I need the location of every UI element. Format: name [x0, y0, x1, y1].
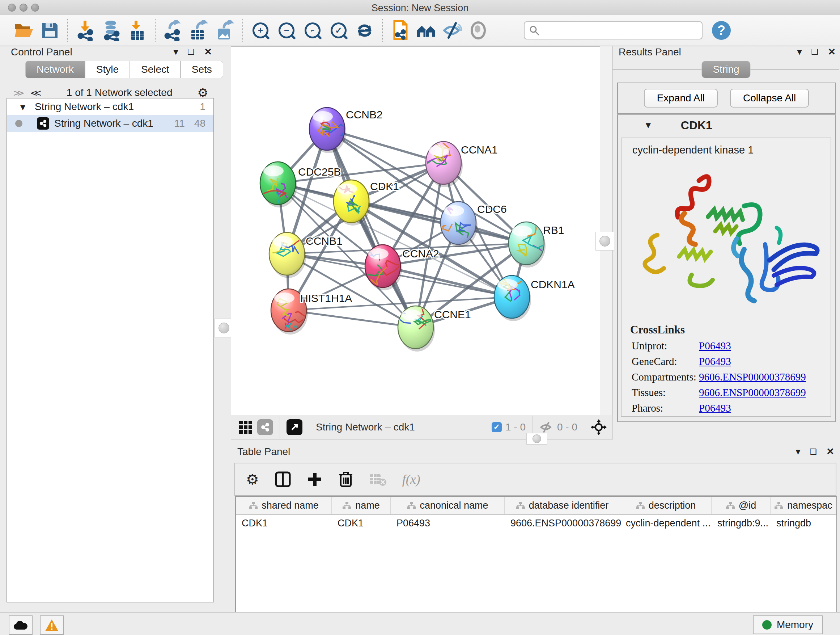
show-columns-icon[interactable]: [275, 471, 291, 487]
network-collection-row[interactable]: ▾ String Network – cdk1 1: [7, 98, 213, 115]
add-column-plus-icon[interactable]: [307, 471, 323, 487]
node-CDC6[interactable]: [435, 202, 477, 247]
node-label-CDK1: CDK1: [370, 180, 399, 192]
houses-icon: [416, 21, 437, 40]
table-panel-menu-icon[interactable]: ▾: [796, 446, 800, 457]
fit-content-crosshair-icon[interactable]: [591, 419, 607, 435]
node-CDK1[interactable]: [333, 180, 370, 226]
zoom-out-button[interactable]: −: [276, 19, 297, 41]
crosslink-value-link[interactable]: P06493: [699, 340, 731, 352]
warnings-button[interactable]: [40, 616, 64, 635]
column-header-namespac[interactable]: namespac: [771, 497, 836, 514]
crosslink-value-link[interactable]: 9606.ENSP00000378699: [699, 371, 806, 383]
network-graph[interactable]: CCNB2CCNA1CDC25BCDK1CDC6RB1CCNB1CCNA2CDK…: [231, 47, 600, 415]
collection-collapse-icon[interactable]: ▾: [20, 101, 25, 113]
node-CCNA2[interactable]: [363, 245, 402, 290]
network-row[interactable]: String Network – cdk1 11 48: [7, 115, 213, 132]
birds-eye-grid-icon[interactable]: [238, 419, 254, 435]
network-canvas[interactable]: CCNB2CCNA1CDC25BCDK1CDC6RB1CCNB1CCNA2CDK…: [231, 46, 600, 416]
memory-button[interactable]: Memory: [753, 616, 823, 634]
gene-collapse-icon[interactable]: ▼: [644, 120, 653, 130]
table-options-gear-icon[interactable]: ⚙: [246, 471, 259, 488]
network-edge-count: 48: [194, 118, 205, 129]
results-panel-close-icon[interactable]: ✕: [828, 46, 836, 57]
cloud-status-button[interactable]: [9, 616, 33, 635]
table-panel-close-icon[interactable]: ✕: [826, 446, 834, 457]
table-cell: CDK1: [236, 515, 332, 532]
collapse-all-networks-icon[interactable]: ≫: [13, 88, 24, 98]
control-panel-menu-icon[interactable]: ▾: [173, 46, 178, 57]
delete-table-icon: [369, 472, 386, 486]
tab-sets[interactable]: Sets: [180, 61, 223, 78]
control-panel-float-icon[interactable]: ❑: [187, 48, 195, 57]
zoom-in-button[interactable]: +: [250, 19, 271, 41]
control-panel: Control Panel ▾ ❑ ✕ Network Style Select…: [3, 46, 217, 607]
crosslink-label: Pharos:: [632, 402, 699, 414]
network-node-count: 11: [174, 118, 185, 129]
network-overview-icon[interactable]: [257, 419, 273, 435]
crosslink-label: Uniprot:: [632, 340, 699, 352]
expand-all-networks-icon[interactable]: ≪: [30, 88, 41, 98]
delete-trash-icon[interactable]: [339, 471, 353, 488]
export-image-icon: [215, 20, 235, 41]
zoom-out-icon: −: [279, 22, 294, 38]
help-button[interactable]: ?: [712, 21, 731, 40]
column-header-name[interactable]: name: [332, 497, 391, 514]
column-header-canonical-name[interactable]: canonical name: [391, 497, 505, 514]
results-panel-float-icon[interactable]: ❑: [811, 48, 818, 57]
column-header-description[interactable]: description: [620, 497, 712, 514]
node-label-CDC25B: CDC25B: [298, 166, 341, 178]
expand-all-button[interactable]: Expand All: [644, 89, 718, 108]
node-CCNB2[interactable]: [309, 108, 349, 153]
node-label-CCNA2: CCNA2: [402, 248, 439, 260]
detach-view-icon[interactable]: [286, 419, 302, 435]
table-cell: cyclin-dependent ...: [620, 515, 712, 532]
crosslinks-list: Uniprot:P06493GeneCard:P06493Compartment…: [622, 340, 831, 414]
export-table-icon: [189, 20, 209, 41]
export-network-button[interactable]: [163, 19, 183, 41]
hide-selected-button[interactable]: [442, 19, 463, 41]
crosslink-value-link[interactable]: 9606.ENSP00000378699: [699, 386, 806, 399]
tab-select[interactable]: Select: [130, 61, 180, 78]
refresh-view-button[interactable]: [354, 19, 375, 41]
table-row[interactable]: CDK1CDK1P064939606.ENSP00000378699cyclin…: [236, 515, 836, 532]
first-neighbors-button[interactable]: [390, 19, 411, 41]
table-panel-float-icon[interactable]: ❑: [810, 447, 817, 456]
node-CCNA1[interactable]: [418, 141, 463, 187]
node-CCNB1[interactable]: [269, 231, 306, 278]
zoom-selected-button[interactable]: ✓: [328, 19, 349, 41]
node-CCNE1[interactable]: [396, 296, 435, 352]
import-network-from-file-button[interactable]: [75, 19, 96, 41]
right-splitter-handle[interactable]: [595, 232, 614, 250]
import-table-from-file-button[interactable]: [127, 19, 148, 41]
export-table-button[interactable]: [188, 19, 210, 41]
column-header-database-identifier[interactable]: database identifier: [505, 497, 620, 514]
node-label-CDC6: CDC6: [477, 203, 507, 215]
selected-checkbox-icon[interactable]: ✓: [492, 422, 502, 432]
tab-style[interactable]: Style: [85, 61, 130, 78]
search-input[interactable]: [540, 25, 686, 36]
open-session-button[interactable]: [13, 19, 34, 41]
import-network-icon: [76, 20, 95, 41]
results-panel-menu-icon[interactable]: ▾: [797, 46, 802, 57]
control-panel-close-icon[interactable]: ✕: [204, 46, 212, 57]
collection-label: String Network – cdk1: [35, 101, 134, 112]
crosslink-value-link[interactable]: P06493: [699, 402, 731, 414]
save-floppy-icon: [41, 21, 59, 40]
tab-network[interactable]: Network: [25, 61, 85, 78]
node-RB1[interactable]: [508, 209, 548, 268]
tab-string[interactable]: String: [701, 61, 750, 78]
zoom-fit-button[interactable]: ⌐: [302, 19, 323, 41]
toolbar-separator: [155, 19, 156, 42]
column-header--id[interactable]: @id: [712, 497, 771, 514]
collapse-all-button[interactable]: Collapse All: [730, 89, 809, 108]
export-image-button[interactable]: [215, 19, 235, 41]
hidden-eye-icon: [539, 421, 554, 433]
column-header-shared-name[interactable]: shared name: [236, 497, 332, 514]
save-session-button[interactable]: [39, 19, 60, 41]
apply-preferred-layout-button[interactable]: [416, 19, 437, 41]
import-network-from-database-button[interactable]: [101, 19, 122, 41]
crosslink-value-link[interactable]: P06493: [699, 356, 731, 367]
show-all-button[interactable]: [468, 19, 489, 41]
crosslink-row: Tissues:9606.ENSP00000378699: [632, 386, 831, 399]
